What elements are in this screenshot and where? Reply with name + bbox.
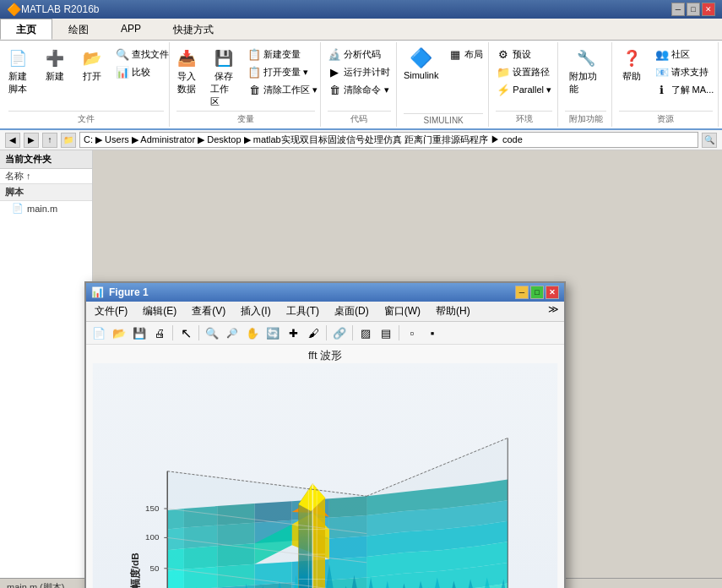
env-small-buttons: ⚙ 预设 📁 设置路径 ⚡ Parallel ▾ [492,46,556,98]
tab-home[interactable]: 主页 [0,19,52,40]
search-button[interactable]: 🔍 [702,133,717,148]
setpath-button[interactable]: 📁 设置路径 [492,63,556,80]
figure-close-button[interactable]: ✕ [546,286,559,299]
fig-tool-insert-colorbar[interactable]: ▨ [356,324,375,342]
figure-max-button[interactable]: □ [530,286,544,299]
community-button[interactable]: 👥 社区 [651,46,719,63]
plot-title: fft 波形 [86,345,564,363]
simulink-button[interactable]: 🔷 Simulink [399,44,443,83]
compare-button[interactable]: 📊 比较 [111,63,173,80]
ribbon-group-env: ⚙ 预设 📁 设置路径 ⚡ Parallel ▾ 环境 [491,42,558,127]
variable-group-label: 变量 [176,111,315,125]
analyze-icon: 🔬 [328,47,341,61]
learn-icon: ℹ [655,83,669,96]
fig-tool-hide[interactable]: ▫ [403,324,421,342]
save-workspace-button[interactable]: 💾 保存 工作区 [206,44,242,111]
fig-tool-datacursor[interactable]: ✚ [284,324,302,342]
fig-tool-new[interactable]: 📄 [90,324,108,342]
find-file-button[interactable]: 🔍 查找文件 [111,46,173,63]
toolbar-sep1 [172,325,173,340]
tab-shortcut[interactable]: 快捷方式 [157,19,230,40]
fig-tool-select[interactable]: ↖ [176,324,195,342]
ribbon-group-file: 📄 新建 脚本 ➕ 新建 📂 打开 🔍 查找文件 📊 比较 [3,42,170,127]
code-small-buttons: 🔬 分析代码 ▶ 运行并计时 🗑 清除命令 ▾ [323,46,394,98]
fig-tool-brush[interactable]: 🖌 [304,324,323,342]
tab-plot[interactable]: 绘图 [52,19,105,40]
fig-tool-link[interactable]: 🔗 [330,324,349,342]
parallel-button[interactable]: ⚡ Parallel ▾ [492,81,556,98]
fig-tool-zoom-out[interactable]: 🔎 [223,324,242,342]
svg-marker-15 [217,523,254,547]
code-group-label: 代码 [328,111,391,125]
new-button[interactable]: ➕ 新建 [37,44,73,85]
new-icon: ➕ [43,46,67,70]
file-buttons: 📄 新建 脚本 ➕ 新建 📂 打开 🔍 查找文件 📊 比较 [0,44,173,111]
prefs-button[interactable]: ⚙ 预设 [492,46,556,63]
fig-tool-insert-legend[interactable]: ▤ [377,324,395,342]
support-icon: 📧 [655,65,669,79]
back-button[interactable]: ◀ [5,133,20,148]
open-button[interactable]: 📂 打开 [74,44,110,85]
maximize-button[interactable]: □ [687,3,700,16]
new-var-button[interactable]: 📋 新建变量 [243,46,322,63]
addons-button[interactable]: 🔧 附加功能 [565,44,606,98]
ribbon-group-variable: 📥 导入 数据 💾 保存 工作区 📋 新建变量 📋 打开变量 ▾ [171,42,321,127]
sidebar: 当前文件夹 名称 ↑ 脚本 📄 main.m [0,150,93,578]
analyze-button[interactable]: 🔬 分析代码 [323,46,394,63]
fig-tool-tile[interactable]: ▪ [423,324,442,342]
fig-menu-desktop[interactable]: 桌面(D) [331,303,372,319]
addons-icon: 🔧 [574,46,598,70]
ribbon-group-addons: 🔧 附加功能 附加功能 [560,42,612,127]
fig-tool-save[interactable]: 💾 [130,324,149,342]
svg-text:幅度/dB: 幅度/dB [129,553,140,588]
fig-tool-pan[interactable]: ✋ [243,324,262,342]
fig-menu-view[interactable]: 查看(V) [188,303,229,319]
sidebar-title: 当前文件夹 [5,153,52,166]
fig-menu-help[interactable]: 帮助(H) [432,303,474,319]
support-button[interactable]: 📧 请求支持 [651,63,719,80]
close-button[interactable]: ✕ [702,3,715,16]
figure-min-button[interactable]: ─ [515,286,529,299]
svg-marker-19 [329,536,366,559]
clear-workspace-button[interactable]: 🗑 清除工作区 ▾ [243,81,322,98]
import-button[interactable]: 📥 导入 数据 [169,44,204,98]
svg-marker-25 [184,546,217,569]
fig-tool-print[interactable]: 🖨 [150,324,169,342]
address-path[interactable]: C: ▶ Users ▶ Administrator ▶ Desktop ▶ m… [79,132,698,148]
run-time-button[interactable]: ▶ 运行并计时 [323,63,394,80]
community-icon: 👥 [655,47,669,61]
up-button[interactable]: ↑ [42,133,57,148]
browse-button[interactable]: 📁 [61,133,76,148]
fig-menu-expand[interactable]: ≫ [548,303,559,319]
prefs-icon: ⚙ [497,47,510,61]
fig-tool-rotate[interactable]: 🔄 [263,324,282,342]
sidebar-header: 当前文件夹 [0,150,92,169]
import-icon: 📥 [175,46,198,70]
forward-button[interactable]: ▶ [24,133,39,148]
open-var-button[interactable]: 📋 打开变量 ▾ [243,63,322,80]
toolbar-sep4 [352,325,353,340]
help-button[interactable]: ❓ 帮助 [614,44,649,85]
svg-marker-10 [167,509,184,530]
setpath-icon: 📁 [497,65,510,79]
minimize-button[interactable]: ─ [671,3,685,16]
matlab-title: MATLAB R2016b [21,3,100,15]
fig-menu-insert[interactable]: 插入(I) [237,303,274,319]
clear-cmd-button[interactable]: 🗑 清除命令 ▾ [323,81,394,98]
layout-button[interactable]: ▦ 布局 [444,46,487,63]
fig-menu-tools[interactable]: 工具(T) [283,303,323,319]
new-script-button[interactable]: 📄 新建 脚本 [0,44,35,98]
learn-button[interactable]: ℹ 了解 MA... [651,81,719,98]
main-peak [299,484,325,588]
fig-tool-zoom-in[interactable]: 🔍 [203,324,221,342]
svg-text:100: 100 [145,532,160,542]
fig-menu-edit[interactable]: 编辑(E) [139,303,180,319]
fig-menu-window[interactable]: 窗口(W) [381,303,424,319]
svg-marker-24 [217,543,254,567]
fig-menu-file[interactable]: 文件(F) [91,303,131,319]
tab-app[interactable]: APP [105,19,157,40]
sidebar-item-main[interactable]: 📄 main.m [0,201,92,215]
svg-marker-16 [184,525,217,549]
fig-tool-open[interactable]: 📂 [110,324,128,342]
svg-marker-32 [184,567,217,588]
